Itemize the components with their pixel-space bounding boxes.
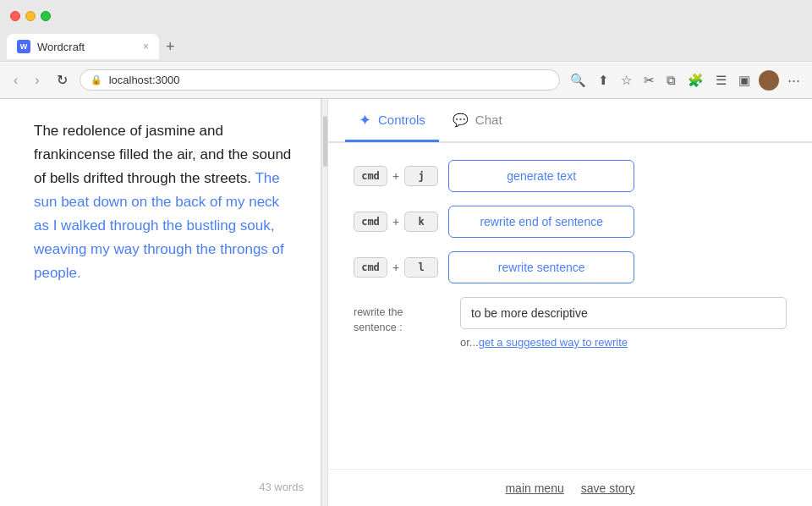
share-icon[interactable]: ⬆ bbox=[595, 71, 612, 90]
rewrite-right: or...get a suggested way to rewrite bbox=[460, 297, 787, 349]
tab-controls[interactable]: ✦ Controls bbox=[345, 101, 439, 142]
minimize-button[interactable] bbox=[25, 11, 36, 21]
main-menu-link[interactable]: main menu bbox=[505, 481, 563, 495]
back-button[interactable]: ‹ bbox=[8, 71, 23, 90]
chat-icon: 💬 bbox=[453, 113, 469, 128]
normal-text: The redolence of jasmine and frankincens… bbox=[34, 123, 291, 186]
save-story-link[interactable]: save story bbox=[581, 481, 635, 495]
extensions-icon[interactable]: 🧩 bbox=[684, 71, 707, 90]
control-row-rewrite: cmd + l rewrite sentence bbox=[354, 251, 787, 283]
tab-close-icon[interactable]: × bbox=[143, 41, 149, 52]
rewrite-sentence-button[interactable]: rewrite sentence bbox=[448, 251, 634, 283]
forward-button[interactable]: › bbox=[30, 71, 44, 90]
key-cmd-k: cmd bbox=[354, 212, 387, 232]
key-j: j bbox=[404, 166, 438, 186]
copy-icon[interactable]: ⧉ bbox=[663, 71, 679, 90]
traffic-lights bbox=[10, 11, 51, 21]
key-combo-j: cmd + j bbox=[354, 166, 438, 186]
controls-footer: main menu save story bbox=[328, 469, 812, 506]
control-row-rewrite-end: cmd + k rewrite end of sentence bbox=[354, 206, 787, 238]
generate-text-button[interactable]: generate text bbox=[448, 160, 634, 192]
rewrite-input[interactable] bbox=[460, 297, 787, 329]
tab-chat-label: Chat bbox=[475, 113, 502, 127]
rewrite-link[interactable]: get a suggested way to rewrite bbox=[479, 336, 628, 349]
tab-controls-label: Controls bbox=[378, 113, 425, 127]
zoom-icon[interactable]: 🔍 bbox=[567, 71, 590, 90]
key-combo-k: cmd + k bbox=[354, 212, 438, 232]
refresh-button[interactable]: ↻ bbox=[52, 70, 73, 90]
pane-tabs: ✦ Controls 💬 Chat bbox=[328, 99, 812, 143]
key-combo-l: cmd + l bbox=[354, 257, 438, 278]
tab-title: Wordcraft bbox=[37, 41, 85, 53]
nav-tools: 🔍 ⬆ ☆ ✂ ⧉ 🧩 ☰ ▣ ⋯ bbox=[567, 70, 804, 91]
plus-icon-1: + bbox=[392, 169, 399, 183]
word-count: 43 words bbox=[259, 481, 304, 493]
rewrite-label: rewrite the sentence : bbox=[354, 297, 447, 335]
main-content: The redolence of jasmine and frankincens… bbox=[0, 99, 812, 506]
controls-content: cmd + j generate text cmd + k rewrite en… bbox=[328, 143, 812, 469]
new-tab-button[interactable]: + bbox=[162, 38, 178, 56]
controls-pane: ✦ Controls 💬 Chat cmd + j generate text bbox=[328, 99, 812, 506]
plus-icon-3: + bbox=[392, 261, 399, 274]
key-k: k bbox=[404, 212, 438, 232]
key-l: l bbox=[404, 257, 438, 278]
control-row-generate: cmd + j generate text bbox=[354, 160, 787, 192]
sparkle-icon: ✦ bbox=[359, 111, 371, 129]
address-bar[interactable]: 🔒 localhost:3000 bbox=[80, 69, 560, 91]
selected-text: The sun beat down on the back of my neck… bbox=[34, 170, 284, 281]
reading-icon[interactable]: ☰ bbox=[712, 71, 730, 90]
tab-chat[interactable]: 💬 Chat bbox=[439, 102, 516, 140]
cut-icon[interactable]: ✂ bbox=[640, 71, 658, 90]
rewrite-or-text: or... bbox=[460, 336, 479, 349]
scrollbar-thumb[interactable] bbox=[323, 116, 327, 167]
title-bar bbox=[0, 0, 812, 32]
tab-favicon: W bbox=[17, 40, 30, 53]
menu-icon[interactable]: ⋯ bbox=[784, 71, 804, 90]
editor-pane[interactable]: The redolence of jasmine and frankincens… bbox=[0, 99, 321, 506]
rewrite-end-button[interactable]: rewrite end of sentence bbox=[448, 206, 634, 238]
split-icon[interactable]: ▣ bbox=[735, 71, 754, 90]
key-cmd-j: cmd bbox=[354, 166, 387, 186]
key-cmd-l: cmd bbox=[354, 257, 387, 278]
address-text: localhost:3000 bbox=[109, 74, 180, 86]
close-button[interactable] bbox=[10, 11, 20, 21]
bookmark-icon[interactable]: ☆ bbox=[617, 71, 635, 90]
tab-bar: W Wordcraft × + bbox=[0, 32, 812, 61]
scrollbar-divider[interactable] bbox=[321, 99, 328, 506]
editor-text[interactable]: The redolence of jasmine and frankincens… bbox=[34, 119, 295, 285]
nav-bar: ‹ › ↻ 🔒 localhost:3000 🔍 ⬆ ☆ ✂ ⧉ 🧩 ☰ ▣ ⋯ bbox=[0, 61, 812, 98]
browser-tab[interactable]: W Wordcraft × bbox=[7, 34, 159, 59]
rewrite-or: or...get a suggested way to rewrite bbox=[460, 336, 787, 349]
maximize-button[interactable] bbox=[41, 11, 51, 21]
rewrite-section: rewrite the sentence : or...get a sugges… bbox=[354, 297, 787, 349]
avatar[interactable] bbox=[759, 70, 779, 91]
lock-icon: 🔒 bbox=[91, 74, 102, 85]
plus-icon-2: + bbox=[392, 215, 399, 228]
